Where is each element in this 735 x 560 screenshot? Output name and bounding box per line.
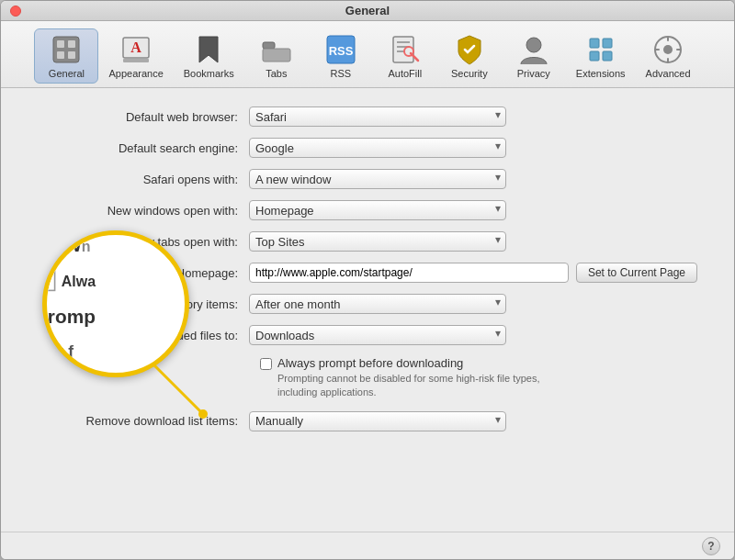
help-button[interactable]: ?	[702, 537, 720, 555]
remove-history-control: After one month	[249, 294, 506, 314]
new-windows-select[interactable]: Homepage	[249, 200, 506, 220]
remove-downloads-row: Remove download list items: Manually	[38, 411, 697, 431]
new-windows-select-wrapper: Homepage	[249, 200, 506, 220]
svg-rect-18	[590, 39, 599, 48]
toolbar-item-extensions[interactable]: Extensions	[566, 28, 636, 84]
tabs-icon	[260, 33, 293, 66]
svg-rect-3	[68, 40, 75, 48]
magnifier-line1: Down	[42, 231, 189, 256]
safari-opens-select-wrapper: A new window	[249, 169, 506, 189]
default-browser-label: Default web browser:	[38, 110, 249, 124]
advanced-icon	[651, 33, 684, 66]
toolbar-item-bookmarks[interactable]: Bookmarks	[174, 28, 244, 84]
svg-rect-12	[393, 37, 413, 62]
new-tabs-select[interactable]: Top Sites	[249, 231, 506, 252]
svg-point-23	[663, 45, 673, 54]
toolbar-label-bookmarks: Bookmarks	[184, 68, 234, 79]
remove-history-select-wrapper: After one month	[249, 294, 506, 314]
svg-rect-1	[57, 40, 64, 48]
svg-rect-26	[655, 49, 660, 50]
magnifier-line3: risk f	[42, 342, 189, 360]
toolbar-label-advanced: Advanced	[646, 68, 691, 79]
general-icon	[50, 33, 83, 66]
preferences-window: General General A	[0, 0, 735, 560]
magnifier-checkbox-line: Alwa	[42, 271, 189, 291]
set-current-page-button[interactable]: Set to Current Page	[576, 263, 697, 283]
homepage-input[interactable]	[249, 263, 569, 283]
svg-text:RSS: RSS	[328, 44, 353, 58]
autofill-icon	[389, 33, 422, 66]
magnifier-arrow	[143, 359, 217, 432]
search-engine-control: Google	[249, 138, 506, 158]
remove-downloads-control: Manually	[249, 411, 506, 431]
security-icon	[453, 33, 486, 66]
always-prompt-sub-label: Prompting cannot be disabled for some hi…	[277, 372, 553, 400]
toolbar: General A Appearance Bookmarks	[1, 21, 734, 88]
homepage-input-group: Set to Current Page	[249, 263, 697, 283]
safari-opens-select[interactable]: A new window	[249, 169, 506, 189]
save-downloads-select-wrapper: Downloads	[249, 325, 506, 345]
titlebar: General	[1, 1, 734, 21]
privacy-icon	[517, 33, 550, 66]
save-downloads-select[interactable]: Downloads	[249, 325, 506, 345]
remove-downloads-select-wrapper: Manually	[249, 411, 506, 431]
toolbar-item-privacy[interactable]: Privacy	[502, 28, 566, 84]
svg-rect-4	[68, 51, 75, 59]
rss-icon: RSS	[324, 33, 357, 66]
toolbar-label-autofill: AutoFill	[388, 68, 422, 79]
save-downloads-control: Downloads	[249, 325, 506, 345]
close-button[interactable]	[10, 6, 21, 17]
toolbar-item-autofill[interactable]: AutoFill	[373, 28, 437, 84]
svg-rect-21	[603, 51, 612, 61]
remove-downloads-select[interactable]: Manually	[249, 411, 506, 431]
toolbar-label-security: Security	[451, 68, 488, 79]
svg-rect-8	[263, 42, 275, 49]
svg-rect-24	[667, 37, 669, 41]
magnifier-content: Down Alwa Promp risk f	[42, 230, 189, 377]
toolbar-label-general: General	[49, 68, 85, 79]
default-browser-select-wrapper: Safari	[249, 106, 506, 127]
magnifier-line2: Promp	[42, 306, 189, 328]
svg-rect-9	[263, 49, 290, 62]
toolbar-label-tabs: Tabs	[266, 68, 287, 79]
safari-opens-control: A new window	[249, 169, 506, 189]
default-browser-row: Default web browser: Safari	[38, 106, 697, 127]
toolbar-item-security[interactable]: Security	[437, 28, 502, 84]
preferences-content: Default web browser: Safari Default sear…	[1, 88, 734, 532]
new-windows-row: New windows open with: Homepage	[38, 200, 697, 220]
footer: ?	[1, 532, 734, 559]
search-engine-label: Default search engine:	[38, 141, 249, 155]
new-tabs-select-wrapper: Top Sites	[249, 231, 506, 252]
search-engine-row: Default search engine: Google	[38, 138, 697, 158]
svg-rect-27	[676, 49, 681, 50]
appearance-icon: A	[119, 33, 153, 66]
safari-opens-label: Safari opens with:	[38, 173, 249, 186]
new-tabs-control: Top Sites	[249, 231, 506, 252]
toolbar-item-general[interactable]: General	[34, 28, 98, 84]
toolbar-label-appearance: Appearance	[108, 68, 163, 79]
toolbar-item-appearance[interactable]: A Appearance	[98, 28, 173, 84]
toolbar-label-rss: RSS	[330, 68, 351, 79]
magnifier-circle: Down Alwa Promp risk f	[42, 230, 189, 377]
window-title: General	[345, 4, 390, 17]
bookmarks-icon	[192, 33, 225, 66]
search-engine-select-wrapper: Google	[249, 138, 506, 158]
always-prompt-checkbox[interactable]	[260, 358, 272, 370]
svg-rect-25	[667, 58, 669, 62]
toolbar-item-tabs[interactable]: Tabs	[244, 28, 309, 84]
toolbar-label-privacy: Privacy	[517, 68, 550, 79]
default-browser-select[interactable]: Safari	[249, 106, 506, 127]
toolbar-item-rss[interactable]: RSS RSS	[309, 28, 373, 84]
safari-opens-row: Safari opens with: A new window	[38, 169, 697, 189]
svg-rect-7	[123, 59, 149, 62]
toolbar-item-advanced[interactable]: Advanced	[636, 28, 701, 84]
new-windows-label: New windows open with:	[38, 204, 249, 218]
search-engine-select[interactable]: Google	[249, 138, 506, 158]
always-prompt-label-group: Always prompt before downloading Prompti…	[277, 356, 553, 400]
remove-history-select[interactable]: After one month	[249, 294, 506, 314]
svg-rect-19	[603, 39, 612, 48]
new-windows-control: Homepage	[249, 200, 506, 220]
svg-text:A: A	[130, 39, 141, 55]
svg-point-29	[198, 409, 208, 419]
svg-rect-20	[590, 51, 599, 61]
